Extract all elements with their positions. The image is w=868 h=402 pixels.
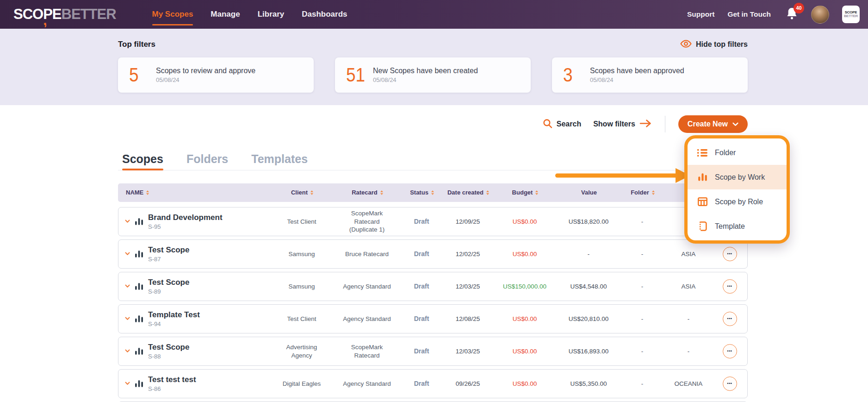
create-new-menu: Folder Scope by Work Scope by Role: [684, 135, 790, 244]
table-row[interactable]: Test test test S-86 Digital Eagles Agenc…: [118, 369, 748, 398]
table-row[interactable]: Test Scope S-88 Advertising Agency Scope…: [118, 337, 748, 366]
toolbar-divider: [665, 116, 665, 132]
scope-name[interactable]: Template Test: [148, 310, 200, 320]
tab-templates[interactable]: Templates: [251, 152, 308, 166]
column-header-label: Budget: [512, 189, 533, 196]
cell-value: US$16,893.00: [557, 347, 620, 356]
sort-icon[interactable]: [146, 190, 149, 195]
app-header: SCOPE BETTER , My Scopes Manage Library …: [0, 0, 868, 29]
cell-name: Template Test S-94: [118, 310, 269, 328]
brand-logo[interactable]: SCOPE BETTER ,: [13, 6, 116, 23]
sort-icon[interactable]: [431, 190, 434, 195]
cell-name: Brand Development S-95: [118, 213, 269, 231]
tab-folders[interactable]: Folders: [186, 152, 228, 166]
column-header[interactable]: Value: [558, 189, 620, 196]
table-body: Brand Development S-95 Test Client Scope…: [118, 207, 748, 398]
bar-chart-icon: [135, 282, 143, 291]
top-filter-cards: 5 Scopes to review and approve 05/08/24 …: [118, 57, 748, 93]
chevron-down-icon: [732, 120, 738, 128]
scope-id: S-94: [148, 320, 200, 328]
header-right: Support Get in Touch 40 SCOPE BETTER: [687, 6, 860, 24]
user-avatar[interactable]: [811, 6, 829, 24]
notifications-button[interactable]: 40: [786, 7, 798, 22]
create-menu-item-label: Scope by Role: [715, 198, 763, 206]
cell-ratecard: Agency Standard: [334, 283, 400, 291]
top-filter-card[interactable]: 51 New Scopes have been created 05/08/24: [335, 57, 531, 93]
workspace-logo[interactable]: SCOPE BETTER: [842, 6, 860, 23]
column-header-label: Date created: [447, 189, 484, 196]
support-link[interactable]: Support: [687, 10, 714, 19]
search-button[interactable]: Search: [543, 119, 581, 130]
row-actions-button[interactable]: •••: [723, 377, 737, 391]
tab-scopes[interactable]: Scopes: [122, 152, 163, 166]
scope-name[interactable]: Brand Development: [148, 213, 223, 223]
create-menu-item[interactable]: Template: [688, 214, 787, 239]
column-header-label: Client: [291, 189, 308, 196]
nav-item[interactable]: My Scopes: [152, 8, 193, 21]
cell-date-created: 09/26/25: [443, 380, 492, 388]
scope-name[interactable]: Test Scope: [148, 277, 189, 288]
column-header[interactable]: Ratecard: [335, 189, 400, 196]
scope-id: S-95: [148, 223, 223, 231]
chevron-down-icon[interactable]: [125, 349, 130, 353]
stat-label: Scopes to review and approve: [156, 67, 255, 75]
row-actions-button[interactable]: •••: [723, 344, 737, 358]
cell-status: Draft: [400, 379, 443, 388]
cell-date-created: 12/02/25: [443, 250, 492, 258]
scope-id: S-89: [148, 288, 189, 296]
chevron-down-icon[interactable]: [125, 252, 130, 256]
chevron-down-icon[interactable]: [125, 382, 130, 385]
row-actions-button[interactable]: •••: [723, 312, 737, 326]
column-header[interactable]: Client: [270, 189, 335, 196]
cell-client: Advertising Agency: [269, 343, 334, 359]
create-new-button[interactable]: Create New: [678, 115, 748, 133]
column-header[interactable]: Date created: [444, 189, 493, 196]
cell-client: Test Client: [269, 218, 334, 226]
sort-icon[interactable]: [652, 190, 655, 195]
show-filters-button[interactable]: Show filters: [593, 119, 652, 130]
hide-top-filters-button[interactable]: Hide top filters: [680, 40, 748, 50]
row-actions-button[interactable]: •••: [723, 279, 737, 294]
column-header[interactable]: Status: [400, 189, 444, 196]
table-row[interactable]: Test Scope S-89 Samsung Agency Standard …: [118, 272, 748, 301]
sort-icon[interactable]: [486, 190, 489, 195]
scope-name[interactable]: Test Scope: [148, 342, 189, 352]
nav-item[interactable]: Manage: [211, 8, 240, 21]
column-header[interactable]: Folder: [620, 189, 665, 196]
sort-icon[interactable]: [535, 190, 538, 195]
cell-status: Draft: [400, 347, 443, 355]
cell-ratecard: ScopeMark Ratecard (Duplicate 1): [334, 209, 400, 234]
chevron-down-icon[interactable]: [125, 220, 130, 223]
get-in-touch-link[interactable]: Get in Touch: [727, 10, 771, 19]
cell-budget: US$0.00: [492, 380, 557, 388]
chevron-down-icon[interactable]: [125, 284, 130, 288]
stat-label: Scopes have been approved: [590, 67, 684, 75]
cell-date-created: 12/09/25: [443, 218, 492, 226]
workspace-logo-line2: BETTER: [844, 14, 858, 18]
chevron-down-icon[interactable]: [125, 317, 130, 320]
create-menu-item[interactable]: Folder: [688, 140, 787, 165]
cell-folder: -: [620, 315, 664, 323]
column-header[interactable]: NAME: [118, 189, 270, 196]
nav-item[interactable]: Library: [258, 8, 285, 21]
cell-client: Samsung: [269, 283, 334, 291]
table-row[interactable]: Brand Development S-95 Test Client Scope…: [118, 207, 748, 236]
row-actions-button[interactable]: •••: [723, 247, 737, 261]
cell-value: US$18,820.00: [557, 218, 620, 226]
create-menu-item-label: Template: [715, 222, 745, 231]
top-filter-card[interactable]: 3 Scopes have been approved 05/08/24: [552, 57, 748, 93]
nav-item[interactable]: Dashboards: [302, 8, 347, 21]
create-menu-item[interactable]: Scope by Role: [688, 189, 787, 214]
sort-icon[interactable]: [380, 190, 383, 195]
scope-name[interactable]: Test test test: [148, 375, 196, 385]
column-header[interactable]: Budget: [493, 189, 558, 196]
hide-top-filters-label: Hide top filters: [696, 40, 748, 49]
table-row[interactable]: Template Test S-94 Test Client Agency St…: [118, 304, 748, 333]
scope-name[interactable]: Test Scope: [148, 245, 189, 255]
table-row[interactable]: Test Scope S-87 Samsung Bruce Ratecard D…: [118, 239, 748, 269]
cell-name: Test Scope S-88: [118, 342, 269, 361]
cell-region: ASIA: [664, 283, 713, 291]
create-menu-item[interactable]: Scope by Work: [688, 165, 787, 189]
top-filter-card[interactable]: 5 Scopes to review and approve 05/08/24: [118, 57, 314, 93]
sort-icon[interactable]: [310, 190, 313, 195]
